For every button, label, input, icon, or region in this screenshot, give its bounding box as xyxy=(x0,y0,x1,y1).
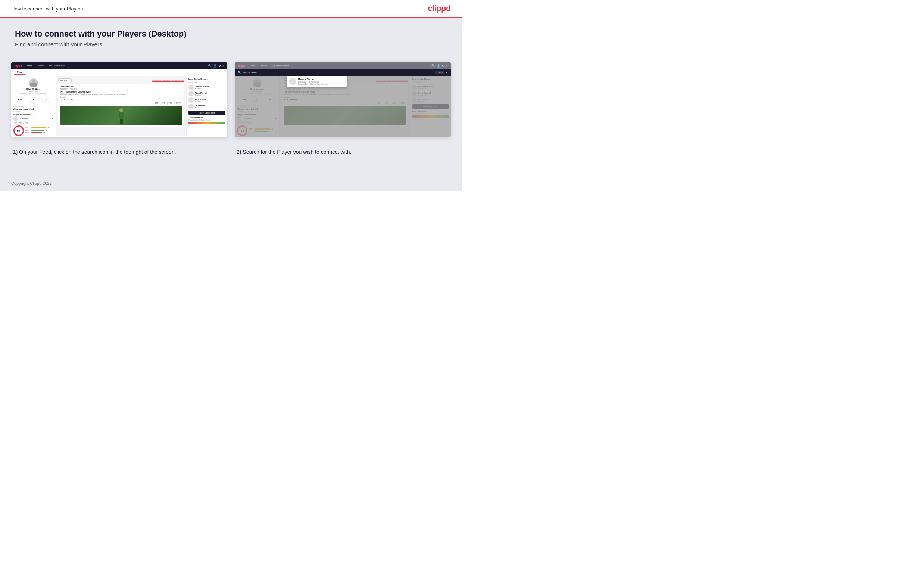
player-avatar-4 xyxy=(188,104,194,109)
player-list-item-1: Richard Butler Activities: 7 xyxy=(188,85,225,90)
following-row: Following ▾ Control who can see your act… xyxy=(58,78,184,82)
mini-body-1: Blair McHarg Golf Coach Mill Ride Golf C… xyxy=(11,76,227,136)
screenshots-row: clippd Home Teams My Performance 🔍 👤 ⚙ ○… xyxy=(11,62,451,137)
hero-title: How to connect with your Players (Deskto… xyxy=(15,29,447,39)
screenshot-1: clippd Home Teams My Performance 🔍 👤 ⚙ ○… xyxy=(11,62,227,137)
hero-section: How to connect with your Players (Deskto… xyxy=(0,18,462,55)
arg-bar xyxy=(31,132,42,133)
profile-club: Mill Ride Golf Club, United Kingdom xyxy=(13,93,53,94)
avatar-icon-2: ○ xyxy=(446,64,448,68)
caption-text-1: 1) On your Feed, click on the search ico… xyxy=(13,148,225,156)
player-performance-title: Player Performance xyxy=(13,114,53,116)
mini-nav-teams[interactable]: Teams xyxy=(36,64,45,67)
clear-button[interactable]: CLEAR xyxy=(435,71,444,74)
most-active-subtitle: Last 30 days xyxy=(188,81,225,83)
result-name: Marcus Turner xyxy=(298,78,328,81)
control-link[interactable]: Control who can see your activity and da… xyxy=(152,80,184,81)
tag-arg: ARG xyxy=(167,102,174,105)
golfer-svg xyxy=(116,108,127,125)
player-list-item-3: Hiral Pujara Activities: 3 xyxy=(188,97,225,103)
top-bar: How to connect with your Players clippd xyxy=(0,0,462,18)
avatar xyxy=(29,78,38,88)
caption-2: 2) Search for the Player you wish to con… xyxy=(235,144,451,160)
profile-stats: 129 Activities 3 Followers 4 Following xyxy=(13,97,53,104)
search-icon-overlay: 🔍 xyxy=(238,71,241,74)
mini-app-2: clippd Home Teams My Performance 🔍 👤 ⚙ ○… xyxy=(235,62,451,137)
mini-nav-1: clippd Home Teams My Performance 🔍 👤 ⚙ ○ xyxy=(11,62,227,69)
svg-rect-2 xyxy=(119,112,120,117)
player-avatar-1 xyxy=(188,85,194,90)
mini-nav-2: clippd Home Teams My Performance 🔍 👤 ⚙ ○ xyxy=(235,62,451,69)
profile-header: Blair McHarg Golf Coach Mill Ride Golf C… xyxy=(13,78,53,94)
dropdown-icon[interactable]: ▼ xyxy=(52,118,53,120)
feed-tab[interactable]: Feed xyxy=(14,70,25,75)
activity-tags: OTT APP ARG PUTT xyxy=(60,102,182,105)
player-list-item-2: Piers Parnell Activities: 4 xyxy=(188,91,225,96)
app-bar xyxy=(31,130,44,131)
stat-activities: 129 Activities xyxy=(17,98,23,103)
heatmap-subtitle: Player Quality · 20 Round Trend xyxy=(188,119,225,121)
ott-bar xyxy=(31,127,46,128)
close-button[interactable]: × xyxy=(446,71,448,74)
svg-point-0 xyxy=(120,108,123,112)
mini-nav-icons: 🔍 👤 ⚙ ○ xyxy=(208,64,224,68)
user-icon-2: 👤 xyxy=(437,64,440,68)
mini-logo-1: clippd xyxy=(14,65,22,67)
logo: clippd xyxy=(428,4,451,13)
player-avatar-2 xyxy=(188,91,194,96)
mini-logo-2: clippd xyxy=(238,65,246,67)
stat-following: 4 Following xyxy=(44,98,50,103)
mini-nav-home[interactable]: Home xyxy=(25,64,33,67)
caption-1: 1) On your Feed, click on the search ico… xyxy=(11,144,227,160)
tag-putt: PUTT xyxy=(175,102,182,105)
tag-ott: OTT xyxy=(153,102,159,105)
hero-subtitle: Find and connect with your Players xyxy=(15,41,447,47)
page-title: How to connect with your Players xyxy=(11,6,83,11)
captions-row: 1) On your Feed, click on the search ico… xyxy=(11,144,451,160)
stat-followers: 3 Followers xyxy=(30,98,36,103)
footer: Copyright Clippd 2022 xyxy=(0,175,462,191)
search-bar: 🔍 Marcus Turner CLEAR × xyxy=(235,69,451,76)
search-result-row[interactable]: Marcus Turner Yesterday · 1-5 Handicap C… xyxy=(289,78,345,85)
mini-right-panel: Most Active Players Last 30 days Richard… xyxy=(186,76,227,136)
activity-card: Richard Butler Yesterday · The Grove Pre… xyxy=(58,84,184,127)
most-active-title: Most Active Players xyxy=(188,78,225,80)
heatmap-title: Team Heatmap xyxy=(188,117,225,119)
search-icon[interactable]: 🔍 xyxy=(208,64,212,68)
quality-circle: 84 xyxy=(13,125,24,136)
mini-left-panel: Blair McHarg Golf Coach Mill Ride Golf C… xyxy=(11,76,56,136)
following-btn[interactable]: Following ▾ xyxy=(58,78,72,82)
search-result-dropdown[interactable]: Marcus Turner Yesterday · 1-5 Handicap C… xyxy=(287,76,347,87)
player-select-row: Eli Vincent ▼ xyxy=(13,117,53,121)
heatmap-bar xyxy=(188,122,225,124)
ott-bar-row: OTT 79 xyxy=(25,127,53,129)
search-icon-2: 🔍 xyxy=(431,64,435,68)
settings-icon-2: ⚙ xyxy=(442,64,445,68)
mini-app-1: clippd Home Teams My Performance 🔍 👤 ⚙ ○… xyxy=(11,62,227,137)
svg-rect-4 xyxy=(120,119,121,124)
main-content: clippd Home Teams My Performance 🔍 👤 ⚙ ○… xyxy=(0,55,462,175)
mini-nav-myperformance[interactable]: My Performance xyxy=(48,64,66,67)
mini-mid-panel: Following ▾ Control who can see your act… xyxy=(56,76,186,136)
arg-bar-row: ARG 64 xyxy=(25,132,53,133)
tag-app: APP xyxy=(160,102,167,105)
search-input[interactable]: Marcus Turner xyxy=(243,71,435,73)
player-avatar xyxy=(13,117,18,121)
footer-text: Copyright Clippd 2022 xyxy=(11,181,52,185)
activity-image xyxy=(60,106,182,125)
result-club: Cypress Point Club, United Kingdom xyxy=(298,83,328,85)
avatar-icon[interactable]: ○ xyxy=(222,64,224,68)
user-icon[interactable]: 👤 xyxy=(213,64,217,68)
player-avatar-3 xyxy=(188,97,194,103)
svg-rect-5 xyxy=(121,119,123,124)
app-bar-row: APP 70 xyxy=(25,129,53,131)
result-avatar xyxy=(289,78,296,85)
caption-text-2: 2) Search for the Player you wish to con… xyxy=(236,148,449,156)
player-list-item-4: Eli Vincent Activities: 1 xyxy=(188,104,225,109)
team-dashboard-btn[interactable]: Team Dashboard xyxy=(188,110,225,115)
settings-icon[interactable]: ⚙ xyxy=(218,64,221,68)
svg-rect-3 xyxy=(122,112,124,117)
screenshot-2: clippd Home Teams My Performance 🔍 👤 ⚙ ○… xyxy=(235,62,451,137)
